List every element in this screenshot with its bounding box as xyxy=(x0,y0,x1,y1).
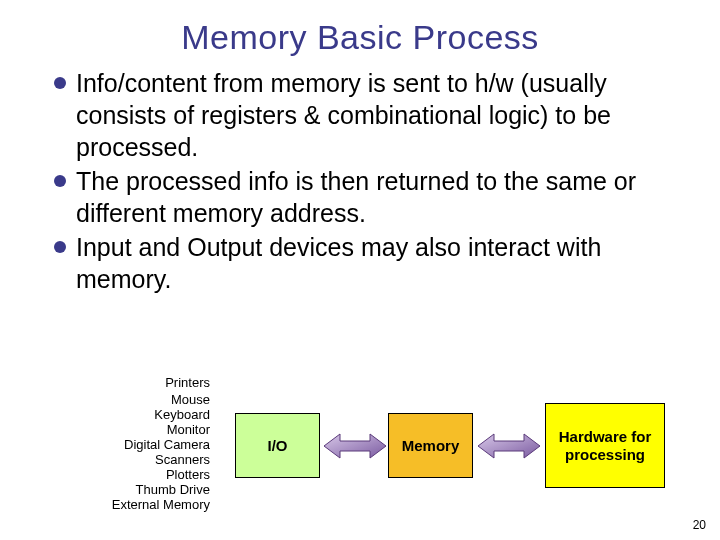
io-box-label: I/O xyxy=(267,437,287,455)
bullet-list: Info/content from memory is sent to h/w … xyxy=(0,67,720,295)
list-item: Info/content from memory is sent to h/w … xyxy=(54,67,672,163)
diagram: Printers Mouse Keyboard Monitor Digital … xyxy=(0,378,720,528)
double-arrow-icon xyxy=(478,432,540,460)
io-box: I/O xyxy=(235,413,320,478)
list-item: Input and Output devices may also intera… xyxy=(54,231,672,295)
double-arrow-icon xyxy=(324,432,386,460)
io-device: Thumb Drive xyxy=(0,483,210,498)
io-device: Printers xyxy=(0,376,210,391)
svg-marker-0 xyxy=(324,434,386,458)
bullet-icon xyxy=(54,77,66,89)
io-device: Plotters xyxy=(0,468,210,483)
io-device: Mouse xyxy=(0,393,210,408)
io-device: Keyboard xyxy=(0,408,210,423)
bullet-icon xyxy=(54,175,66,187)
memory-box: Memory xyxy=(388,413,473,478)
list-item: The processed info is then returned to t… xyxy=(54,165,672,229)
memory-box-label: Memory xyxy=(402,437,460,455)
io-device: External Memory xyxy=(0,498,210,513)
bullet-icon xyxy=(54,241,66,253)
io-device: Scanners xyxy=(0,453,210,468)
page-number: 20 xyxy=(693,518,706,532)
bullet-text: Info/content from memory is sent to h/w … xyxy=(76,67,672,163)
hardware-box: Hardware for processing xyxy=(545,403,665,488)
io-device: Monitor xyxy=(0,423,210,438)
page-title: Memory Basic Process xyxy=(0,18,720,57)
svg-marker-1 xyxy=(478,434,540,458)
hardware-box-label: Hardware for processing xyxy=(546,428,664,464)
bullet-text: Input and Output devices may also intera… xyxy=(76,231,672,295)
io-device-list: Printers Mouse Keyboard Monitor Digital … xyxy=(0,378,210,512)
io-device: Digital Camera xyxy=(0,438,210,453)
bullet-text: The processed info is then returned to t… xyxy=(76,165,672,229)
